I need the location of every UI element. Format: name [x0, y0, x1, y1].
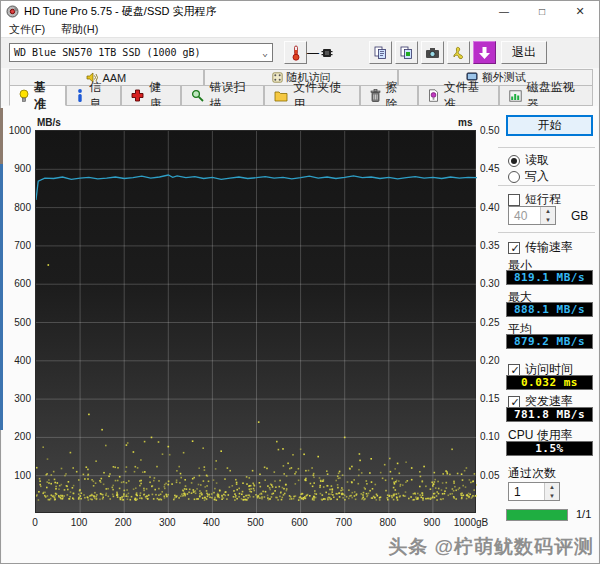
camera-icon — [425, 47, 440, 59]
drive-select-value: WD Blue SN570 1TB SSD (1000 gB) — [14, 47, 201, 58]
y-left-tick: 500 — [5, 317, 31, 328]
transfer-rate-checkbox[interactable] — [508, 242, 520, 254]
transfer-rate-row[interactable]: 传输速率 — [508, 239, 573, 256]
title-bar[interactable]: HD Tune Pro 5.75 - 硬盘/SSD 实用程序 — □ ✕ — [1, 1, 599, 22]
menu-help[interactable]: 帮助(H) — [53, 22, 106, 37]
tab-folder-usage[interactable]: 文件夹使用 — [264, 85, 359, 105]
tab-file-benchmark[interactable]: 文件基准 — [418, 85, 499, 105]
chip-icon — [319, 41, 335, 64]
y-left-axis-title: MB/s — [37, 117, 61, 128]
y-left-tick: 600 — [5, 278, 31, 289]
pass-count-spinner[interactable]: ▲ ▼ — [544, 483, 559, 500]
y-right-tick: 0.30 — [480, 278, 508, 289]
min-value-display: 819.1 MB/s — [506, 270, 593, 285]
write-radio-row[interactable]: 写入 — [508, 168, 549, 185]
copy-image-icon — [399, 45, 414, 60]
y-left-tick: 700 — [5, 240, 31, 251]
tab-benchmark[interactable]: 基准 — [9, 85, 66, 106]
x-tick: 0 — [13, 517, 57, 528]
spin-down-icon[interactable]: ▼ — [545, 492, 559, 501]
exit-button[interactable]: 退出 — [501, 41, 547, 64]
y-left-tick: 300 — [5, 393, 31, 404]
write-radio-label: 写入 — [525, 168, 549, 185]
app-icon — [6, 5, 19, 18]
start-button[interactable]: 开始 — [506, 115, 593, 136]
progress-bar — [506, 509, 568, 521]
desktop-background-strip — [0, 108, 3, 164]
x-tick: 600 — [278, 517, 322, 528]
read-radio-row[interactable]: 读取 — [508, 152, 549, 169]
divider — [498, 147, 595, 148]
maximize-button[interactable]: □ — [523, 1, 561, 22]
temperature-button[interactable] — [284, 41, 307, 64]
capacity-spinner[interactable]: ▲ ▼ — [540, 207, 555, 224]
y-right-tick: 0.45 — [480, 163, 508, 174]
spin-up-icon[interactable]: ▲ — [545, 483, 559, 492]
tab-health[interactable]: 健康 — [121, 85, 181, 105]
thermometer-icon — [291, 45, 301, 61]
dice-icon — [272, 72, 283, 83]
magnifier-icon — [191, 89, 204, 102]
divider — [498, 185, 595, 186]
screenshot-button[interactable] — [421, 41, 444, 64]
options-button[interactable] — [447, 41, 470, 64]
close-button[interactable]: ✕ — [561, 1, 599, 22]
y-right-tick: 0.20 — [480, 355, 508, 366]
menu-file[interactable]: 文件(F) — [1, 22, 53, 37]
pass-count-label: 通过次数 — [508, 465, 556, 482]
pass-count-input[interactable]: 1 ▲ ▼ — [508, 482, 560, 501]
x-tick: 800 — [366, 517, 410, 528]
x-tick: 200 — [101, 517, 145, 528]
y-right-tick: 0.05 — [480, 470, 508, 481]
x-tick: 900 — [410, 517, 454, 528]
y-right-tick: 0.50 — [480, 125, 508, 136]
x-tick-last: 1000gB — [449, 517, 493, 528]
y-right-tick: 0.15 — [480, 393, 508, 404]
divider — [498, 232, 595, 233]
minimize-button[interactable]: — — [485, 1, 523, 22]
short-stroke-checkbox[interactable] — [508, 194, 520, 206]
tab-error-scan[interactable]: 错误扫描 — [181, 85, 264, 105]
y-left-tick: 200 — [5, 431, 31, 442]
cpu-usage-display: 1.5% — [506, 441, 593, 456]
burst-rate-display: 781.8 MB/s — [506, 407, 593, 422]
tab-disk-monitor[interactable]: 磁盘监视器 — [499, 85, 593, 105]
read-radio-label: 读取 — [525, 152, 549, 169]
window-title: HD Tune Pro 5.75 - 硬盘/SSD 实用程序 — [24, 4, 217, 19]
x-tick: 500 — [234, 517, 278, 528]
save-button[interactable] — [473, 41, 496, 64]
trash-icon — [370, 89, 381, 102]
disk-monitor-icon — [509, 90, 522, 102]
toolbar: WD Blue SN570 1TB SSD (1000 gB) ⌄ — — [1, 38, 599, 68]
copy-image-button[interactable] — [395, 41, 418, 64]
spin-down-icon[interactable]: ▼ — [541, 216, 555, 225]
max-value-display: 888.1 MB/s — [506, 302, 593, 317]
access-time-display: 0.032 ms — [506, 375, 593, 390]
benchmark-chart — [35, 130, 476, 513]
capacity-input[interactable]: 40 ▲ ▼ — [508, 206, 556, 225]
benchmark-plot-canvas — [36, 131, 477, 514]
y-right-tick: 0.10 — [480, 431, 508, 442]
menu-bar: 文件(F) 帮助(H) — [1, 22, 599, 38]
pass-count-value: 1 — [514, 485, 521, 499]
tab-info[interactable]: 信息 — [66, 85, 121, 105]
y-left-tick: 1000 — [5, 125, 31, 136]
drive-select-dropdown[interactable]: WD Blue SN570 1TB SSD (1000 gB) ⌄ — [9, 43, 273, 62]
access-time-checkbox[interactable] — [508, 364, 520, 376]
file-benchmark-icon — [428, 89, 439, 102]
health-cross-icon — [131, 89, 144, 102]
y-left-tick: 100 — [5, 470, 31, 481]
options-icon — [451, 45, 466, 60]
x-tick: 100 — [57, 517, 101, 528]
read-radio[interactable] — [508, 155, 520, 167]
temperature-value: — — [307, 41, 319, 64]
hdtune-window: HD Tune Pro 5.75 - 硬盘/SSD 实用程序 — □ ✕ 文件(… — [0, 0, 600, 564]
copy-text-button[interactable] — [369, 41, 392, 64]
burst-rate-checkbox[interactable] — [508, 396, 520, 408]
info-icon — [76, 89, 84, 102]
write-radio[interactable] — [508, 171, 520, 183]
tab-erase[interactable]: 擦除 — [360, 85, 418, 105]
watermark: 头条 @柠萌鱿数码评测 — [388, 534, 594, 560]
spin-up-icon[interactable]: ▲ — [541, 207, 555, 216]
y-right-axis-title: ms — [458, 117, 472, 128]
